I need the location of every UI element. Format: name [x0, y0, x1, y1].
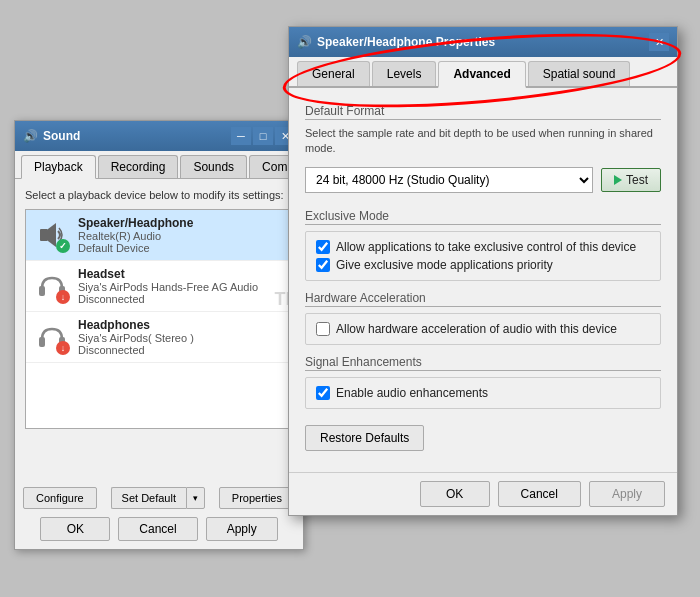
device-sub-3: Siya's AirPods( Stereo )	[78, 332, 284, 344]
exclusive-label-1: Allow applications to take exclusive con…	[336, 240, 636, 254]
sound-tab-bar: Playback Recording Sounds Communications	[15, 151, 303, 179]
device-list: ✓ Speaker/Headphone Realtek(R) Audio Def…	[25, 209, 293, 429]
exclusive-check-1: Allow applications to take exclusive con…	[316, 240, 650, 254]
device-status-1: Default Device	[78, 242, 284, 254]
format-select[interactable]: 24 bit, 48000 Hz (Studio Quality)	[305, 167, 593, 193]
props-ok-button[interactable]: OK	[420, 481, 490, 507]
props-tab-spatial[interactable]: Spatial sound	[528, 61, 631, 86]
exclusive-checkbox-2[interactable]	[316, 258, 330, 272]
device-status-badge-2: ↓	[56, 290, 70, 304]
minimize-button[interactable]: ─	[231, 127, 251, 145]
hardware-label-1: Allow hardware acceleration of audio wit…	[336, 322, 617, 336]
props-window-title: Speaker/Headphone Properties	[317, 35, 495, 49]
configure-button[interactable]: Configure	[23, 487, 97, 509]
tab-recording[interactable]: Recording	[98, 155, 179, 178]
play-icon	[614, 175, 622, 185]
signal-checkbox-1[interactable]	[316, 386, 330, 400]
props-close-button[interactable]: ✕	[649, 33, 669, 51]
device-item-headphones[interactable]: ↓ Headphones Siya's AirPods( Stereo ) Di…	[26, 312, 292, 363]
svg-rect-2	[39, 286, 45, 296]
restore-defaults-button[interactable]: Restore Defaults	[305, 425, 424, 451]
maximize-button[interactable]: □	[253, 127, 273, 145]
sound-cancel-button[interactable]: Cancel	[118, 517, 197, 541]
props-footer: OK Cancel Apply	[289, 472, 677, 515]
exclusive-mode-group: Allow applications to take exclusive con…	[305, 231, 661, 281]
exclusive-checkbox-1[interactable]	[316, 240, 330, 254]
device-name-3: Headphones	[78, 318, 284, 332]
signal-group: Enable audio enhancements	[305, 377, 661, 409]
headphones-icon: ↓	[34, 319, 70, 355]
sound-ok-button[interactable]: OK	[40, 517, 110, 541]
signal-check-1: Enable audio enhancements	[316, 386, 650, 400]
default-format-label: Default Format	[305, 104, 661, 118]
signal-label-1: Enable audio enhancements	[336, 386, 488, 400]
sound-window: 🔊 Sound ─ □ ✕ Playback Recording Sounds …	[14, 120, 304, 550]
hardware-group: Allow hardware acceleration of audio wit…	[305, 313, 661, 345]
sound-titlebar: 🔊 Sound ─ □ ✕	[15, 121, 303, 151]
svg-rect-4	[39, 337, 45, 347]
svg-rect-0	[40, 229, 48, 241]
hardware-check-1: Allow hardware acceleration of audio wit…	[316, 322, 650, 336]
exclusive-check-2: Give exclusive mode applications priorit…	[316, 258, 650, 272]
tab-playback[interactable]: Playback	[21, 155, 96, 179]
sound-content: Select a playback device below to modify…	[15, 179, 303, 439]
props-window-icon: 🔊	[297, 35, 312, 49]
properties-button[interactable]: Properties	[219, 487, 295, 509]
speaker-icon: ✓	[34, 217, 70, 253]
tab-sounds[interactable]: Sounds	[180, 155, 247, 178]
sound-instruction: Select a playback device below to modify…	[25, 189, 293, 201]
sound-apply-button[interactable]: Apply	[206, 517, 278, 541]
props-apply-button[interactable]: Apply	[589, 481, 665, 507]
device-status-2: Disconnected	[78, 293, 284, 305]
sound-action-buttons: Configure Set Default ▾ Properties	[23, 487, 295, 509]
props-body: Default Format Select the sample rate an…	[289, 88, 677, 461]
svg-marker-1	[48, 223, 56, 247]
set-default-arrow-button[interactable]: ▾	[186, 487, 205, 509]
hardware-label: Hardware Acceleration	[305, 291, 661, 305]
test-label: Test	[626, 173, 648, 187]
default-format-desc: Select the sample rate and bit depth to …	[305, 126, 661, 157]
exclusive-mode-label: Exclusive Mode	[305, 209, 661, 223]
sound-footer: Configure Set Default ▾ Properties OK Ca…	[15, 479, 303, 549]
device-sub-1: Realtek(R) Audio	[78, 230, 284, 242]
set-default-button[interactable]: Set Default	[111, 487, 186, 509]
device-status-badge-1: ✓	[56, 239, 70, 253]
sound-ok-cancel: OK Cancel Apply	[23, 517, 295, 541]
device-info-3: Headphones Siya's AirPods( Stereo ) Disc…	[78, 318, 284, 356]
props-window-controls: ✕	[649, 33, 669, 51]
format-row: 24 bit, 48000 Hz (Studio Quality) Test	[305, 167, 661, 193]
props-tab-general[interactable]: General	[297, 61, 370, 86]
window-controls: ─ □ ✕	[231, 127, 295, 145]
props-tab-levels[interactable]: Levels	[372, 61, 437, 86]
device-info-2: Headset Siya's AirPods Hands-Free AG Aud…	[78, 267, 284, 305]
device-status-3: Disconnected	[78, 344, 284, 356]
props-titlebar: 🔊 Speaker/Headphone Properties ✕	[289, 27, 677, 57]
device-name-1: Speaker/Headphone	[78, 216, 284, 230]
device-status-badge-3: ↓	[56, 341, 70, 355]
device-item-speaker[interactable]: ✓ Speaker/Headphone Realtek(R) Audio Def…	[26, 210, 292, 261]
exclusive-label-2: Give exclusive mode applications priorit…	[336, 258, 553, 272]
props-tab-advanced[interactable]: Advanced	[438, 61, 525, 88]
props-cancel-button[interactable]: Cancel	[498, 481, 581, 507]
headset-icon: ↓	[34, 268, 70, 304]
device-info-1: Speaker/Headphone Realtek(R) Audio Defau…	[78, 216, 284, 254]
props-window: 🔊 Speaker/Headphone Properties ✕ General…	[288, 26, 678, 516]
hardware-checkbox-1[interactable]	[316, 322, 330, 336]
sound-window-title: Sound	[43, 129, 80, 143]
sound-window-icon: 🔊	[23, 129, 38, 143]
props-tab-bar: General Levels Advanced Spatial sound	[289, 57, 677, 88]
test-button[interactable]: Test	[601, 168, 661, 192]
device-sub-2: Siya's AirPods Hands-Free AG Audio	[78, 281, 284, 293]
signal-label: Signal Enhancements	[305, 355, 661, 369]
set-default-group: Set Default ▾	[111, 487, 205, 509]
device-name-2: Headset	[78, 267, 284, 281]
device-item-headset[interactable]: ↓ Headset Siya's AirPods Hands-Free AG A…	[26, 261, 292, 312]
